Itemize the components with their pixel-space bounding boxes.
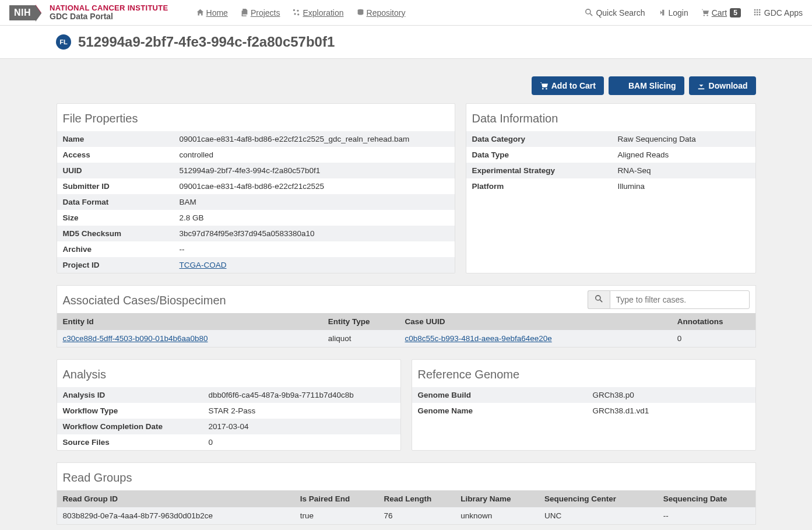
- prop-row: Genome NameGRCh38.d1.vd1: [412, 403, 755, 419]
- cell-rg-id: 803b829d-0e7a-4aa4-8b77-963d0d01b2ce: [57, 507, 294, 524]
- prop-row: Analysis IDdbb0f6f6-ca45-487a-9b9a-7711b…: [57, 387, 400, 403]
- brand-bottom: GDC Data Portal: [50, 12, 168, 21]
- svg-rect-10: [759, 9, 760, 10]
- cell-annotations: 0: [672, 330, 755, 347]
- case-uuid-link[interactable]: c0b8c55c-b993-481d-aeea-9ebfa64ee20e: [405, 334, 552, 343]
- col-center: Sequencing Center: [539, 490, 658, 507]
- cell-len: 76: [378, 507, 455, 524]
- top-navbar: NIH NATIONAL CANCER INSTITUTE GDC Data P…: [0, 0, 812, 26]
- prop-row: Workflow TypeSTAR 2-Pass: [57, 403, 400, 419]
- reference-genome-panel: Reference Genome Genome BuildGRCh38.p0 G…: [412, 359, 756, 451]
- prop-row: Accesscontrolled: [57, 147, 455, 163]
- svg-rect-11: [754, 12, 755, 13]
- svg-point-19: [595, 295, 600, 300]
- cell-entity-type: aliquot: [322, 330, 399, 347]
- database-icon: [357, 9, 364, 16]
- svg-rect-8: [754, 9, 755, 10]
- read-groups-panel: Read Groups Read Group ID Is Paired End …: [57, 462, 756, 525]
- file-subheader: FL 512994a9-2bf7-4fe3-994c-f2a80c57b0f1: [0, 26, 812, 59]
- prop-row: MD5 Checksum3bc97d784f95e3f37d945a058338…: [57, 226, 455, 241]
- nav-exploration[interactable]: Exploration: [293, 8, 343, 17]
- quick-search-link[interactable]: Quick Search: [585, 8, 645, 17]
- svg-point-7: [706, 15, 708, 16]
- cart-count-badge: 5: [730, 8, 741, 17]
- svg-point-6: [703, 15, 704, 16]
- download-icon: [697, 82, 705, 90]
- dots-icon: [293, 9, 300, 16]
- prop-row: Submitter ID09001cae-e831-4af8-bd86-e22c…: [57, 178, 455, 194]
- filter-cases-input[interactable]: [610, 290, 750, 309]
- brand-top: NATIONAL CANCER INSTITUTE: [50, 4, 168, 12]
- col-rg-id: Read Group ID: [57, 490, 294, 507]
- svg-rect-14: [754, 14, 755, 15]
- svg-point-2: [294, 13, 296, 15]
- prop-row: Experimental StrategyRNA-Seq: [466, 163, 755, 178]
- panel-title: Read Groups: [57, 463, 755, 490]
- panel-title: Reference Genome: [412, 360, 755, 387]
- login-link[interactable]: Login: [658, 8, 688, 17]
- cell-date: --: [658, 507, 755, 524]
- prop-row: Size2.8 GB: [57, 210, 455, 226]
- bam-slicing-button[interactable]: BAM Slicing: [609, 76, 684, 95]
- svg-rect-16: [759, 14, 760, 15]
- search-icon: [595, 295, 603, 303]
- cart-link[interactable]: Cart 5: [701, 8, 741, 17]
- data-information-panel: Data Information Data CategoryRaw Sequen…: [466, 103, 756, 273]
- cell-paired: true: [294, 507, 378, 524]
- gdc-apps-link[interactable]: GDC Apps: [754, 8, 803, 17]
- svg-point-18: [546, 88, 547, 90]
- home-icon: [196, 9, 204, 16]
- col-lib: Library Name: [455, 490, 539, 507]
- grid-icon: [754, 9, 761, 16]
- svg-rect-15: [757, 14, 758, 15]
- prop-row: Archive--: [57, 241, 455, 257]
- filter-search-button[interactable]: [588, 290, 610, 309]
- prop-row: Data TypeAligned Reads: [466, 147, 755, 163]
- nav-projects[interactable]: Projects: [241, 8, 280, 17]
- svg-point-0: [293, 9, 295, 11]
- analysis-panel: Analysis Analysis IDdbb0f6f6-ca45-487a-9…: [57, 359, 401, 451]
- file-properties-panel: File Properties Name09001cae-e831-4af8-b…: [57, 103, 455, 273]
- cell-lib: unknown: [455, 507, 539, 524]
- cart-icon: [701, 9, 709, 16]
- cut-icon: [617, 82, 625, 90]
- project-link[interactable]: TCGA-COAD: [180, 261, 227, 269]
- search-icon: [585, 9, 593, 16]
- nih-mark: NIH: [9, 5, 36, 20]
- nih-logo[interactable]: NIH NATIONAL CANCER INSTITUTE GDC Data P…: [9, 4, 168, 22]
- table-row: c30ce88d-5dff-4503-b090-01b4b6aa0b80 ali…: [57, 330, 755, 347]
- panel-title: File Properties: [57, 104, 455, 131]
- download-button[interactable]: Download: [689, 76, 756, 95]
- file-uuid-title: 512994a9-2bf7-4fe3-994c-f2a80c57b0f1: [78, 34, 335, 50]
- svg-rect-9: [757, 9, 758, 10]
- col-entity-type: Entity Type: [322, 313, 399, 330]
- cell-center: UNC: [539, 507, 658, 524]
- panel-title: Analysis: [57, 360, 400, 387]
- prop-row: UUID512994a9-2bf7-4fe3-994c-f2a80c57b0f1: [57, 163, 455, 178]
- col-paired: Is Paired End: [294, 490, 378, 507]
- col-date: Sequencing Date: [658, 490, 755, 507]
- cart-icon: [540, 82, 548, 90]
- panel-title: Associated Cases/Biospecimen: [57, 286, 232, 313]
- prop-row: Project IDTCGA-COAD: [57, 257, 455, 273]
- prop-row: Workflow Completion Date2017-03-04: [57, 419, 400, 434]
- prop-row: Genome BuildGRCh38.p0: [412, 387, 755, 403]
- prop-row: PlatformIllumina: [466, 178, 755, 194]
- prop-row: Data FormatBAM: [57, 194, 455, 210]
- col-len: Read Length: [378, 490, 455, 507]
- prop-row: Data CategoryRaw Sequencing Data: [466, 131, 755, 147]
- add-to-cart-button[interactable]: Add to Cart: [532, 76, 604, 95]
- prop-row: Name09001cae-e831-4af8-bd86-e22cf21c2525…: [57, 131, 455, 147]
- svg-point-1: [297, 10, 299, 12]
- entity-id-link[interactable]: c30ce88d-5dff-4503-b090-01b4b6aa0b80: [63, 334, 208, 343]
- associated-cases-panel: Associated Cases/Biospecimen Entity Id E…: [57, 285, 756, 348]
- table-row: 803b829d-0e7a-4aa4-8b77-963d0d01b2ce tru…: [57, 507, 755, 524]
- nav-repository[interactable]: Repository: [357, 8, 406, 17]
- login-icon: [658, 9, 665, 16]
- col-case-uuid: Case UUID: [399, 313, 672, 330]
- nav-home[interactable]: Home: [196, 8, 228, 17]
- svg-point-3: [298, 13, 300, 15]
- copy-icon: [241, 9, 248, 16]
- svg-rect-12: [757, 12, 758, 13]
- svg-point-5: [586, 9, 590, 14]
